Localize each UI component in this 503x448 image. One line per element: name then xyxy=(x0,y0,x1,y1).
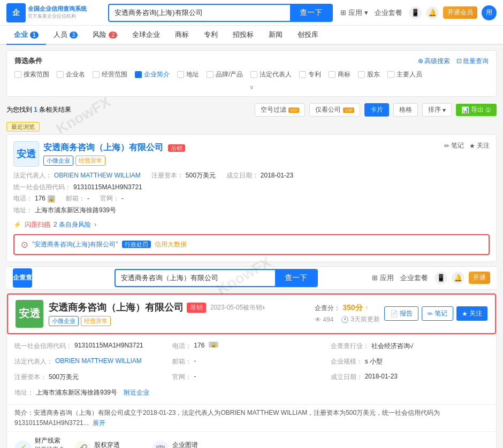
detail-industry-label: 企查查行业： xyxy=(331,342,369,351)
risk-count-link[interactable]: 2 条自身风险 xyxy=(54,219,91,231)
summary-text-content: 简介：安透商务咨询（上海）有限公司成立于2018-01-23，法定代表人为OBR… xyxy=(14,409,440,427)
checkbox-icon-scope xyxy=(14,71,21,78)
sort-label: 排序 xyxy=(428,105,441,114)
checkbox-trademark[interactable]: 商标 xyxy=(329,70,350,79)
second-logo-icon: 企查查 xyxy=(13,268,32,288)
filter-more[interactable]: ∨ xyxy=(14,83,489,91)
legal-rep-value[interactable]: OBRIEN MATTHEW WILLIAM xyxy=(54,170,141,182)
bell-icon[interactable]: 🔔 xyxy=(426,6,439,19)
detail-company-name[interactable]: 安透商务咨询（上海）有限公司 xyxy=(49,301,184,314)
mobile-icon[interactable]: 📱 xyxy=(409,6,422,19)
flash-icon: ⚡ xyxy=(13,219,21,231)
phone-value: 176 xyxy=(35,193,45,205)
top-header: 企 全国企业信用查询系统 官方备案企业征信机构 查一下 ⊞ 应用 ▾ 企业套餐 … xyxy=(0,0,503,26)
app-dropdown-button[interactable]: ⊞ 应用 ▾ xyxy=(340,8,368,18)
checkbox-legal-rep[interactable]: 法定代表人 xyxy=(250,70,292,79)
main-search-input[interactable] xyxy=(109,5,290,20)
alert-credit-tag[interactable]: 信用大数据 xyxy=(155,241,187,248)
feature-equity-penetration[interactable]: 🔗 股权穿透 挖取深层级权结构 xyxy=(74,436,141,448)
phone-label: 电话： xyxy=(13,193,33,205)
main-search-bar: 查一下 xyxy=(108,4,333,22)
sort-btn[interactable]: 排序 ▾ xyxy=(422,103,452,117)
detail-info-grid: 统一社会信用代码： 91310115MA1H9N3721 电话： 176 🔒 企… xyxy=(7,334,496,404)
second-search-button[interactable]: 查一下 xyxy=(275,270,317,286)
nav-tabs: 企业 1 人员 3 风险 2 全球企业 商标 专利 招投标 新闻 创投库 xyxy=(0,26,503,45)
checkbox-address[interactable]: 地址 xyxy=(177,70,199,79)
report-label: 报告 xyxy=(400,309,413,318)
tab-enterprise[interactable]: 企业 1 xyxy=(6,26,46,45)
tab-global-enterprise[interactable]: 全球企业 xyxy=(125,26,167,44)
checkbox-patent[interactable]: 专利 xyxy=(299,70,321,79)
tab-patent[interactable]: 专利 xyxy=(196,26,225,44)
checkbox-icon-keypeople xyxy=(387,71,394,78)
table-view-btn[interactable]: 格格 xyxy=(393,103,418,117)
checkbox-business-scope[interactable]: 经营范围 xyxy=(93,70,127,79)
tab-bidding[interactable]: 招投标 xyxy=(225,26,261,44)
detail-card-top: 安透 安透商务咨询（上海）有限公司 吊销 2023-05-05被吊销 › 小微企… xyxy=(7,293,496,334)
note-btn-card[interactable]: ✏ 笔记 xyxy=(444,141,464,150)
detail-nearby-link[interactable]: 附近企业 xyxy=(124,388,149,397)
checkbox-label-business: 经营范围 xyxy=(102,70,127,79)
second-vip-btn[interactable]: 开通 xyxy=(469,272,490,284)
vip-button[interactable]: 开通会员 xyxy=(443,6,477,19)
tab-investment[interactable]: 创投库 xyxy=(290,26,326,44)
batch-query-link[interactable]: ⊡ 批量查询 xyxy=(456,57,489,66)
risk-scan-row[interactable]: ⚡ 闪题扫描 2 条自身风险 › xyxy=(13,219,490,231)
second-bell-icon[interactable]: 🔔 xyxy=(452,272,464,284)
tab-news[interactable]: 新闻 xyxy=(261,26,290,44)
detail-size-label: 企业规模： xyxy=(331,357,363,366)
export-btn[interactable]: 📊 导出 ① xyxy=(456,104,497,116)
only-company-btn[interactable]: 仅看公司 VIP xyxy=(309,103,360,117)
main-search-button[interactable]: 查一下 xyxy=(290,5,332,21)
detail-legal-value[interactable]: OBRIEN MATTHEW WILLIAM xyxy=(55,357,142,365)
advanced-search-link[interactable]: ⊕ 高级搜索 xyxy=(418,57,450,66)
results-bar: 为您找到 1 条相关结果 空号过滤 VIP 仅看公司 VIP 卡片 格格 排序 … xyxy=(6,101,497,119)
checkbox-key-people[interactable]: 主要人员 xyxy=(387,70,422,79)
tab-risk[interactable]: 风险 2 xyxy=(85,26,125,44)
follow-button[interactable]: ★ 关注 xyxy=(456,306,487,321)
checkbox-shareholder[interactable]: 股东 xyxy=(358,70,380,79)
note-button[interactable]: ✏ 笔记 xyxy=(422,306,453,321)
enterprise-package-button[interactable]: 企业套餐 xyxy=(375,8,402,18)
email-value: - xyxy=(87,193,89,205)
second-mobile-icon[interactable]: 📱 xyxy=(435,272,447,284)
summary-expand-link[interactable]: 展开 xyxy=(93,419,105,427)
detail-revoke-link[interactable]: › xyxy=(262,304,264,311)
checkbox-search-scope[interactable]: 搜索范围 xyxy=(14,70,49,79)
credit-code-value: 91310115MA1H9N3721 xyxy=(73,182,142,194)
tab-people[interactable]: 人员 3 xyxy=(46,26,86,44)
feature-company-graph[interactable]: 🏢 企业图谱 企业信息一图掌握 xyxy=(152,436,219,448)
company-name-link[interactable]: 安透商务咨询（上海）有限公司 xyxy=(43,143,163,152)
detail-phone-label: 电话： xyxy=(172,342,192,351)
risk-chevron-icon: › xyxy=(94,219,96,231)
checkbox-brand[interactable]: 品牌/产品 xyxy=(207,70,243,79)
phone-lock-icon[interactable]: 🔒 xyxy=(48,195,55,203)
feature-property-clues[interactable]: ⚡ 财产线索 财产线索 2 线索数量 2 xyxy=(14,436,63,448)
report-button[interactable]: 📄 报告 xyxy=(384,306,418,321)
checkbox-company-intro[interactable]: ✓ 企业简介 xyxy=(135,70,170,79)
filter-more-btn[interactable]: ∨ xyxy=(249,83,254,91)
detail-phone-lock-icon[interactable]: 🔒 xyxy=(209,342,218,347)
filter-area: 筛选条件 ⊕ 高级搜索 ⊡ 批量查询 搜索范围 企业名 xyxy=(6,50,497,97)
tab-people-badge: 3 xyxy=(70,32,78,38)
score-trend-icon: ↑ xyxy=(365,304,368,312)
alert-company-link[interactable]: "安透商务咨询(上海)有限公司" xyxy=(32,241,118,248)
report-icon: 📄 xyxy=(390,310,398,318)
tab-trademark[interactable]: 商标 xyxy=(167,26,196,44)
checkbox-company-name[interactable]: 企业名 xyxy=(57,70,85,79)
checkbox-label-brand: 品牌/产品 xyxy=(216,70,243,79)
follow-btn-card[interactable]: ★ 关注 xyxy=(469,141,490,150)
tab-enterprise-label: 企业 xyxy=(14,30,28,40)
second-app-btn[interactable]: ⊞ 应用 xyxy=(372,273,394,283)
card-view-btn[interactable]: 卡片 xyxy=(364,103,389,117)
app-label: 应用 xyxy=(348,8,362,18)
second-enterprise-pkg[interactable]: 企业套餐 xyxy=(400,273,428,283)
tag-small-enterprise: 小微企业 xyxy=(43,156,73,166)
info-row-legal: 法定代表人： OBRIEN MATTHEW WILLIAM 注册资本： 500万… xyxy=(13,170,490,182)
website-label: 官网： xyxy=(100,193,119,205)
results-count: 为您找到 1 条相关结果 xyxy=(6,105,71,114)
risk-scan-label: 闪题扫描 xyxy=(25,219,50,231)
empty-filter-btn[interactable]: 空号过滤 VIP xyxy=(255,103,306,117)
user-avatar[interactable]: 用 xyxy=(482,5,497,20)
second-search-input[interactable] xyxy=(116,271,275,285)
